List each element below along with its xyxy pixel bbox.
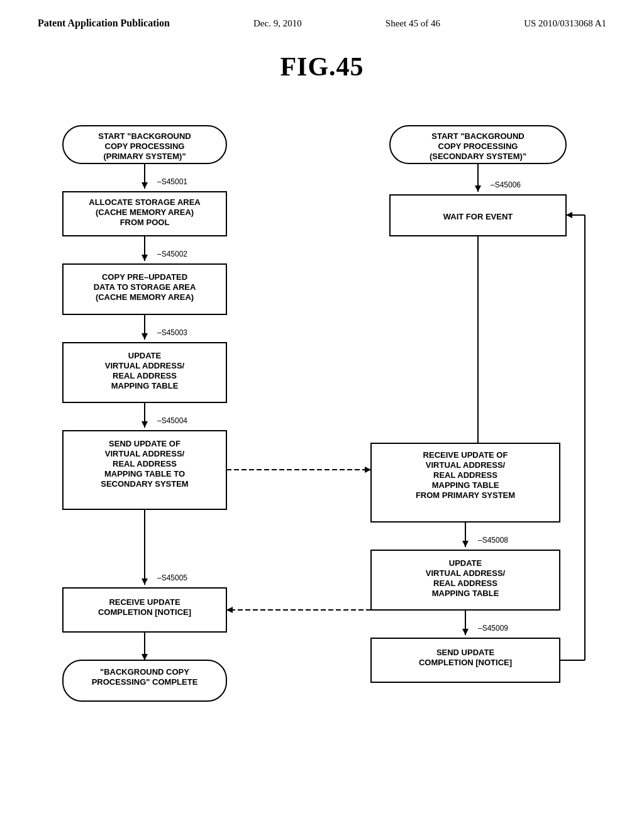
svg-marker-36 bbox=[226, 607, 233, 613]
svg-text:(SECONDARY SYSTEM)": (SECONDARY SYSTEM)" bbox=[430, 152, 526, 161]
svg-text:UPDATE: UPDATE bbox=[449, 558, 482, 568]
svg-text:MAPPING TABLE TO: MAPPING TABLE TO bbox=[104, 469, 185, 479]
svg-text:COPY PROCESSING: COPY PROCESSING bbox=[438, 141, 518, 151]
start-primary-text: START "BACKGROUND bbox=[98, 131, 191, 141]
start-primary-text3: (PRIMARY SYSTEM)" bbox=[103, 152, 186, 161]
flowchart-diagram: START "BACKGROUND COPY PROCESSING (PRIMA… bbox=[0, 94, 644, 786]
s45001-label: –S45001 bbox=[157, 177, 187, 186]
s45004-label: –S45004 bbox=[157, 416, 187, 425]
header-date: Dec. 9, 2010 bbox=[253, 18, 302, 29]
svg-text:(CACHE MEMORY AREA): (CACHE MEMORY AREA) bbox=[96, 292, 194, 302]
svg-marker-2 bbox=[142, 182, 148, 189]
svg-text:RECEIVE UPDATE OF: RECEIVE UPDATE OF bbox=[423, 450, 508, 460]
svg-text:REAL ADDRESS: REAL ADDRESS bbox=[433, 578, 497, 588]
svg-marker-66 bbox=[462, 629, 469, 635]
svg-text:MAPPING TABLE: MAPPING TABLE bbox=[111, 381, 179, 390]
s45005-label: –S45005 bbox=[157, 573, 187, 582]
svg-text:RECEIVE UPDATE: RECEIVE UPDATE bbox=[109, 597, 180, 607]
svg-marker-59 bbox=[462, 541, 469, 547]
s45009-label: –S45009 bbox=[478, 624, 508, 633]
start-primary-text2: COPY PROCESSING bbox=[105, 141, 185, 151]
svg-text:FROM POOL: FROM POOL bbox=[120, 218, 170, 227]
svg-marker-29 bbox=[365, 467, 371, 473]
svg-text:FROM PRIMARY SYSTEM: FROM PRIMARY SYSTEM bbox=[416, 490, 515, 500]
s45003-label: –S45003 bbox=[157, 328, 187, 337]
svg-marker-21 bbox=[142, 421, 148, 428]
s45002-label: –S45002 bbox=[157, 250, 187, 258]
svg-marker-47 bbox=[475, 185, 481, 192]
header-left: Patent Application Publication bbox=[38, 18, 170, 29]
svg-text:SEND UPDATE: SEND UPDATE bbox=[436, 648, 495, 657]
svg-marker-38 bbox=[142, 654, 148, 660]
svg-text:VIRTUAL ADDRESS/: VIRTUAL ADDRESS/ bbox=[105, 449, 185, 458]
svg-marker-14 bbox=[142, 333, 148, 340]
svg-marker-73 bbox=[566, 212, 572, 218]
svg-text:WAIT FOR EVENT: WAIT FOR EVENT bbox=[443, 212, 513, 221]
svg-marker-8 bbox=[142, 255, 148, 261]
svg-text:REAL ADDRESS: REAL ADDRESS bbox=[113, 459, 177, 468]
svg-text:SEND UPDATE OF: SEND UPDATE OF bbox=[109, 439, 180, 448]
svg-text:COMPLETION [NOTICE]: COMPLETION [NOTICE] bbox=[98, 607, 191, 617]
svg-text:VIRTUAL ADDRESS/: VIRTUAL ADDRESS/ bbox=[105, 361, 185, 370]
svg-text:MAPPING TABLE: MAPPING TABLE bbox=[432, 480, 499, 490]
svg-text:MAPPING TABLE: MAPPING TABLE bbox=[432, 589, 499, 598]
svg-text:DATA TO STORAGE AREA: DATA TO STORAGE AREA bbox=[94, 282, 196, 292]
svg-text:PROCESSING" COMPLETE: PROCESSING" COMPLETE bbox=[92, 677, 198, 687]
page-header: Patent Application Publication Dec. 9, 2… bbox=[0, 0, 644, 29]
svg-text:ALLOCATE STORAGE AREA: ALLOCATE STORAGE AREA bbox=[89, 197, 201, 207]
svg-text:VIRTUAL ADDRESS/: VIRTUAL ADDRESS/ bbox=[426, 460, 506, 470]
svg-text:START "BACKGROUND: START "BACKGROUND bbox=[431, 131, 524, 141]
svg-text:REAL ADDRESS: REAL ADDRESS bbox=[113, 371, 177, 380]
svg-text:UPDATE: UPDATE bbox=[128, 351, 162, 360]
svg-text:COMPLETION [NOTICE]: COMPLETION [NOTICE] bbox=[419, 658, 512, 667]
s45008-label: –S45008 bbox=[478, 536, 508, 545]
header-patent: US 2010/0313068 A1 bbox=[524, 18, 606, 29]
svg-text:(CACHE MEMORY AREA): (CACHE MEMORY AREA) bbox=[96, 208, 194, 217]
svg-text:SECONDARY SYSTEM: SECONDARY SYSTEM bbox=[101, 479, 188, 489]
svg-text:COPY PRE–UPDATED: COPY PRE–UPDATED bbox=[102, 272, 187, 282]
svg-marker-31 bbox=[142, 578, 148, 585]
svg-text:"BACKGROUND COPY: "BACKGROUND COPY bbox=[100, 667, 189, 677]
header-sheet: Sheet 45 of 46 bbox=[386, 18, 440, 29]
s45006-label: –S45006 bbox=[491, 180, 521, 189]
figure-title: FIG.45 bbox=[0, 52, 644, 82]
svg-text:REAL ADDRESS: REAL ADDRESS bbox=[433, 470, 497, 480]
svg-text:VIRTUAL ADDRESS/: VIRTUAL ADDRESS/ bbox=[426, 568, 506, 578]
